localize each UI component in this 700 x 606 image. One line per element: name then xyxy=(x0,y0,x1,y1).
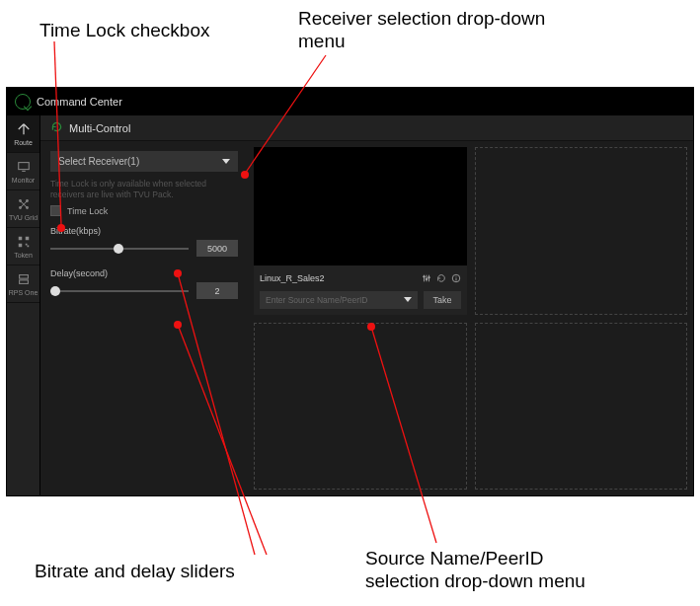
svg-point-17 xyxy=(423,275,425,277)
sidebar: Route Monitor TVU Grid Token xyxy=(7,115,40,495)
sidebar-label: TVU Grid xyxy=(9,214,38,221)
receiver-tile: Linux_R_Sales2 Enter Source Name/PeerID xyxy=(254,147,467,315)
take-button[interactable]: Take xyxy=(424,291,460,309)
info-icon[interactable] xyxy=(451,269,461,287)
svg-rect-13 xyxy=(25,244,27,246)
sidebar-item-rpsone[interactable]: RPS One xyxy=(7,265,39,303)
refresh-icon[interactable] xyxy=(50,120,63,135)
annotation-receiver: Receiver selection drop-down menu xyxy=(298,8,555,53)
topbar-title: Multi-Control xyxy=(69,122,130,134)
source-dropdown[interactable]: Enter Source Name/PeerID xyxy=(260,291,418,309)
svg-rect-12 xyxy=(18,244,22,248)
svg-rect-14 xyxy=(27,246,29,248)
svg-point-18 xyxy=(426,278,428,280)
empty-tile xyxy=(254,323,467,491)
annotation-sliders: Bitrate and delay sliders xyxy=(35,561,235,583)
monitor-icon xyxy=(17,160,31,174)
receiver-dropdown[interactable]: Select Receiver(1) xyxy=(50,151,238,172)
empty-tile xyxy=(475,323,688,491)
callout-dot-delay xyxy=(174,321,182,329)
grid-icon xyxy=(17,197,31,211)
delay-slider[interactable] xyxy=(50,285,189,297)
sidebar-label: Monitor xyxy=(12,177,35,184)
app-window: Command Center Route Monitor TVU Grid xyxy=(6,87,694,496)
bitrate-value[interactable]: 5000 xyxy=(196,240,238,257)
svg-rect-10 xyxy=(18,237,22,241)
source-placeholder: Enter Source Name/PeerID xyxy=(266,295,367,305)
receiver-name: Linux_R_Sales2 xyxy=(260,273,325,283)
sidebar-label: Route xyxy=(14,139,33,146)
annotation-source: Source Name/PeerID selection drop-down m… xyxy=(365,548,622,593)
sidebar-item-tvugrid[interactable]: TVU Grid xyxy=(7,190,39,228)
sidebar-label: RPS One xyxy=(9,289,39,296)
route-icon xyxy=(17,122,31,136)
callout-dot-receiver xyxy=(241,171,249,179)
receiver-grid: Linux_R_Sales2 Enter Source Name/PeerID xyxy=(248,141,693,495)
timelock-hint: Time Lock is only available when selecte… xyxy=(50,179,238,200)
titlebar: Command Center xyxy=(7,88,693,115)
svg-point-19 xyxy=(428,276,429,278)
sidebar-item-route[interactable]: Route xyxy=(7,115,39,153)
video-preview xyxy=(254,147,467,265)
sidebar-item-monitor[interactable]: Monitor xyxy=(7,153,39,190)
app-title: Command Center xyxy=(37,96,122,108)
server-icon xyxy=(17,272,31,286)
app-logo-icon xyxy=(15,94,31,110)
svg-rect-16 xyxy=(19,280,28,284)
svg-rect-11 xyxy=(25,237,29,241)
callout-dot-bitrate xyxy=(174,269,182,277)
receiver-dropdown-label: Select Receiver(1) xyxy=(58,156,139,167)
bitrate-label: Bitrate(kbps) xyxy=(50,226,238,236)
delay-value[interactable]: 2 xyxy=(196,282,238,299)
timelock-checkbox[interactable] xyxy=(50,205,61,216)
settings-sliders-icon[interactable] xyxy=(422,269,431,287)
callout-dot-timelock xyxy=(57,224,65,232)
topbar: Multi-Control xyxy=(40,115,693,141)
bitrate-slider[interactable] xyxy=(50,243,189,255)
chevron-down-icon xyxy=(222,159,230,164)
refresh-small-icon[interactable] xyxy=(436,269,446,287)
delay-label: Delay(second) xyxy=(50,268,238,278)
qr-icon xyxy=(17,235,31,249)
callout-dot-source xyxy=(367,323,375,331)
sidebar-label: Token xyxy=(14,252,33,259)
chevron-down-icon xyxy=(404,297,412,302)
timelock-label: Time Lock xyxy=(67,206,108,216)
svg-rect-15 xyxy=(19,275,28,279)
control-panel: Select Receiver(1) Time Lock is only ava… xyxy=(40,141,248,495)
annotation-timelock: Time Lock checkbox xyxy=(39,20,209,42)
svg-rect-5 xyxy=(18,163,29,170)
sidebar-item-token[interactable]: Token xyxy=(7,228,39,265)
empty-tile xyxy=(475,147,688,315)
